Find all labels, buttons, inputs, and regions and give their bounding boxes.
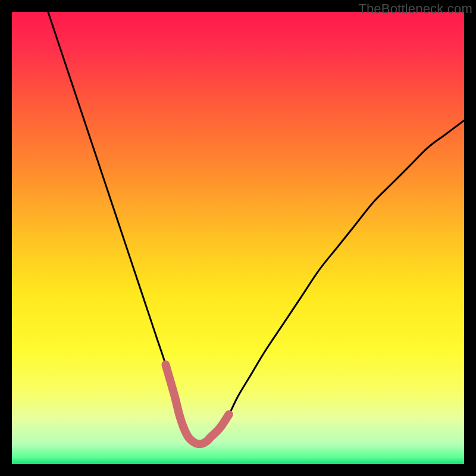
plot-area [12,12,464,464]
chart-frame: TheBottleneck.com [0,0,476,476]
watermark-text: TheBottleneck.com [358,1,472,17]
bottleneck-chart [12,12,464,464]
